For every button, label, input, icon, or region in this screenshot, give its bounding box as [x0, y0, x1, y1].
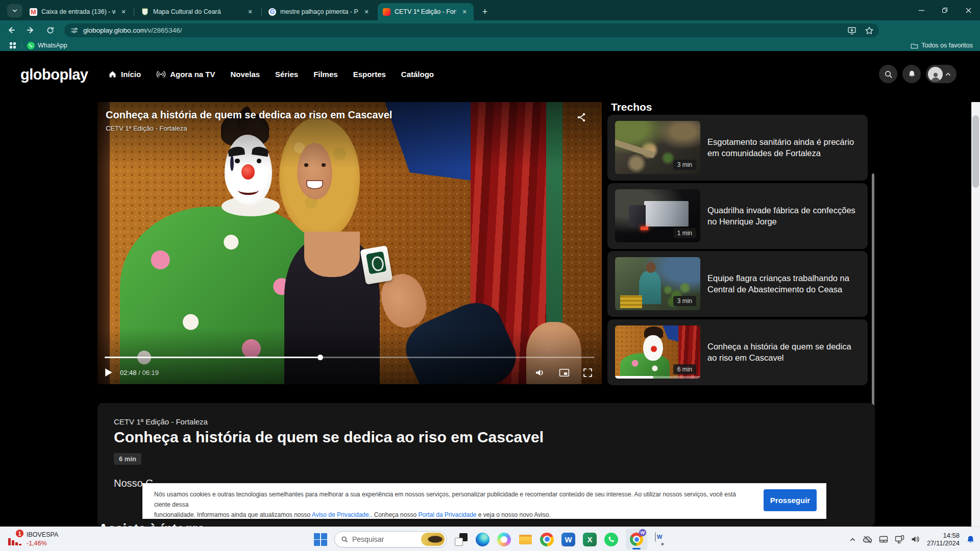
- chrome-active-window[interactable]: W: [626, 529, 647, 550]
- excel-icon[interactable]: X: [583, 533, 597, 546]
- privacy-portal-link[interactable]: Portal da Privacidade: [418, 511, 476, 518]
- share-button[interactable]: [576, 112, 586, 122]
- duration-badge: 1 min: [673, 228, 696, 238]
- edge-icon[interactable]: [476, 533, 489, 546]
- tray-chevron-icon[interactable]: [849, 536, 856, 543]
- trecho-card[interactable]: 3 min Esgotamento sanitário ainda é prec…: [607, 115, 868, 181]
- whatsapp-icon[interactable]: [604, 533, 618, 546]
- chevron-down-icon: [12, 8, 18, 14]
- crest-icon: [141, 8, 149, 16]
- bookmark-star-icon[interactable]: [865, 26, 874, 35]
- nav-label: Início: [121, 70, 141, 79]
- task-view-button[interactable]: [454, 533, 468, 546]
- gmail-icon: M: [30, 8, 37, 16]
- tab-close-icon[interactable]: ✕: [460, 8, 469, 16]
- site-navbar: globoplay Início Agora na TV Novelas Sér…: [0, 51, 980, 97]
- volume-icon[interactable]: [911, 535, 920, 543]
- tab-close-icon[interactable]: ✕: [119, 8, 128, 16]
- proceed-button[interactable]: Prosseguir: [764, 489, 817, 511]
- account-menu[interactable]: [926, 65, 957, 83]
- active-indicator: [632, 548, 641, 549]
- nav-filmes[interactable]: Filmes: [313, 70, 338, 79]
- nav-series[interactable]: Séries: [275, 70, 298, 79]
- all-bookmarks-folder[interactable]: Todos os favoritos: [911, 42, 973, 49]
- cast-screen-icon[interactable]: [895, 535, 904, 544]
- video-player[interactable]: ★: [97, 102, 602, 384]
- tab-google-search[interactable]: G mestre palhaço pimenta - Pesq ✕: [263, 3, 376, 20]
- word-document-icon[interactable]: W: [655, 533, 670, 546]
- tab-title: mestre palhaço pimenta - Pesq: [280, 8, 358, 15]
- word-icon[interactable]: W: [561, 533, 575, 546]
- chrome-icon[interactable]: [540, 533, 554, 546]
- trecho-card[interactable]: 3 min Equipe flagra crianças trabalhando…: [607, 251, 868, 317]
- whatsapp-icon: [27, 42, 35, 49]
- tab-close-icon[interactable]: ✕: [362, 8, 371, 16]
- tab-title: Caixa de entrada (136) - wiltons: [41, 8, 115, 15]
- seek-bar-fill: [105, 357, 320, 358]
- file-explorer-icon[interactable]: [519, 533, 532, 546]
- tab-title: Mapa Cultural do Ceará: [153, 8, 242, 15]
- nav-label: Novelas: [231, 70, 260, 79]
- stocks-widget[interactable]: 1 IBOVESPA -1,46%: [8, 529, 58, 547]
- nav-label: Catálogo: [401, 70, 434, 79]
- reload-button[interactable]: [42, 22, 58, 38]
- screen: M Caixa de entrada (136) - wiltons ✕ Map…: [0, 0, 980, 551]
- nav-inicio[interactable]: Início: [108, 70, 141, 79]
- site-search-button[interactable]: [879, 65, 897, 83]
- privacy-notice-link[interactable]: Aviso de Privacidade.: [312, 511, 371, 518]
- address-bar[interactable]: globoplay.globo.com/v/2865346/: [64, 23, 879, 37]
- touchpad-icon[interactable]: [879, 535, 888, 543]
- seek-handle[interactable]: [317, 355, 323, 360]
- browser-toolbar: globoplay.globo.com/v/2865346/ W ⋮: [0, 20, 980, 40]
- tab-mapa-cultural[interactable]: Mapa Cultural do Ceará ✕: [136, 3, 259, 20]
- stock-name: IBOVESPA: [27, 531, 58, 538]
- taskbar-search[interactable]: Pesquisar: [334, 531, 447, 547]
- trecho-thumbnail: 6 min: [615, 325, 700, 379]
- copilot-icon[interactable]: [497, 533, 511, 546]
- bookmark-whatsapp[interactable]: WhatsApp: [27, 42, 67, 49]
- duration-badge: 6 min: [114, 453, 141, 465]
- trecho-title: Equipe flagra crianças trabalhando na Ce…: [707, 251, 856, 317]
- trecho-title: Conheça a história de quem se dedica ao …: [707, 319, 856, 385]
- start-button[interactable]: [314, 533, 327, 546]
- tab-gmail[interactable]: M Caixa de entrada (136) - wiltons ✕: [24, 3, 133, 20]
- notifications-button[interactable]: [902, 65, 921, 83]
- play-button[interactable]: [105, 368, 113, 377]
- trechos-scrollbar[interactable]: [872, 173, 874, 435]
- nav-novelas[interactable]: Novelas: [231, 70, 260, 79]
- bookmark-label: WhatsApp: [38, 42, 67, 49]
- seek-bar[interactable]: [105, 357, 595, 358]
- pip-button[interactable]: [559, 368, 570, 378]
- onedrive-paused-icon[interactable]: [863, 535, 872, 544]
- globoplay-logo[interactable]: globoplay: [20, 66, 88, 83]
- site-settings-icon[interactable]: [70, 27, 78, 34]
- tab-close-icon[interactable]: ✕: [246, 8, 254, 16]
- page-scrollbar[interactable]: [971, 102, 980, 527]
- trecho-card[interactable]: 1 min Quadrilha invade fábrica de confec…: [607, 183, 868, 249]
- nav-esportes[interactable]: Esportes: [353, 70, 386, 79]
- trecho-card-current[interactable]: 6 min Conheça a história de quem se dedi…: [607, 319, 868, 385]
- notifications-bell-icon[interactable]: [966, 535, 975, 544]
- home-icon: [108, 70, 117, 79]
- volume-button[interactable]: [535, 368, 546, 378]
- nav-catalogo[interactable]: Catálogo: [401, 70, 434, 79]
- video-frame: ★: [97, 102, 602, 384]
- forward-button[interactable]: [22, 22, 39, 38]
- minimize-button[interactable]: [910, 0, 933, 20]
- share-icon: [576, 112, 586, 122]
- tab-search-button[interactable]: [7, 4, 22, 17]
- back-button[interactable]: [3, 22, 19, 38]
- fullscreen-button[interactable]: [583, 368, 593, 378]
- search-placeholder: Pesquisar: [352, 535, 384, 543]
- apps-grid-icon[interactable]: [9, 42, 16, 49]
- install-app-icon[interactable]: [847, 26, 856, 35]
- nav-agora-na-tv[interactable]: Agora na TV: [156, 70, 215, 79]
- page-scrollbar-thumb[interactable]: [972, 115, 979, 188]
- restore-button[interactable]: [933, 0, 957, 20]
- new-tab-button[interactable]: +: [478, 5, 492, 19]
- tab-globoplay-active[interactable]: CETV 1ª Edição - Fortaleza | Con ✕: [378, 3, 474, 20]
- cookie-text: Nós usamos cookies e outras tecnologias …: [154, 489, 746, 520]
- taskbar-clock[interactable]: 14:58 27/11/2024: [927, 532, 960, 547]
- tab-separator: [261, 8, 262, 16]
- close-button[interactable]: [957, 0, 980, 20]
